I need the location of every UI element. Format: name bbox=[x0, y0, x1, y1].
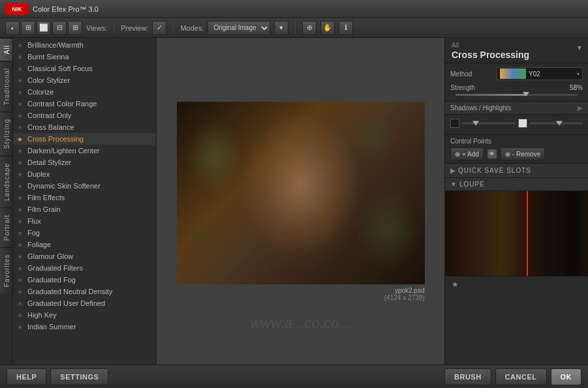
star-icon[interactable]: ★ bbox=[17, 300, 25, 307]
filter-item-fog[interactable]: ★ Fog bbox=[13, 227, 156, 239]
ok-button[interactable]: OK bbox=[551, 368, 582, 385]
sidebar-item-stylizing[interactable]: Stylizing bbox=[0, 112, 12, 155]
filter-item-cross-processing[interactable]: ★ Cross Processing bbox=[13, 133, 156, 145]
info-btn[interactable]: ℹ bbox=[339, 21, 353, 35]
star-icon[interactable]: ★ bbox=[17, 276, 25, 284]
remove-control-point-btn[interactable]: ⊗ - Remove bbox=[501, 147, 545, 160]
method-select[interactable]: Y02 ▾ bbox=[497, 67, 583, 80]
filter-item-graduated-user[interactable]: ★ Graduated User Defined bbox=[13, 297, 156, 309]
filter-item-film-effects[interactable]: ★ Film Effects bbox=[13, 192, 156, 203]
star-icon[interactable]: ★ bbox=[17, 100, 25, 108]
filter-item-graduated-neutral[interactable]: ★ Graduated Neutral Density bbox=[13, 286, 156, 297]
shadow-slider[interactable] bbox=[462, 119, 516, 128]
star-icon[interactable]: ★ bbox=[17, 136, 25, 143]
sidebar-item-favorites[interactable]: Favorites bbox=[0, 247, 12, 293]
star-icon[interactable]: ★ bbox=[17, 312, 25, 319]
method-dropdown-arrow: ▾ bbox=[577, 71, 580, 77]
star-icon[interactable]: ★ bbox=[17, 147, 25, 155]
filter-name: Glamour Glow bbox=[27, 252, 73, 260]
filter-item-duplex[interactable]: ★ Duplex bbox=[13, 168, 156, 180]
star-icon[interactable]: ★ bbox=[17, 241, 25, 248]
loupe-image bbox=[445, 191, 588, 276]
modes-dropdown-btn[interactable]: ▾ bbox=[274, 21, 288, 35]
pan-btn[interactable]: ✋ bbox=[320, 21, 335, 35]
filter-item-foliage[interactable]: ★ Foliage bbox=[13, 239, 156, 250]
filter-item-high-key[interactable]: ★ High Key bbox=[13, 309, 156, 321]
shadow-swatch-right[interactable] bbox=[518, 119, 527, 128]
star-icon[interactable]: ★ bbox=[17, 77, 25, 84]
shadows-highlights-label: Shadows / Highlights bbox=[450, 104, 578, 112]
filter-item-detail[interactable]: ★ Detail Stylizer bbox=[13, 157, 156, 168]
panel-collapse-btn[interactable]: ▾ bbox=[578, 43, 581, 52]
settings-button[interactable]: SETTINGS bbox=[50, 368, 108, 385]
loupe-star-btn[interactable]: ★ bbox=[449, 278, 461, 290]
filter-item-cross-balance[interactable]: ★ Cross Balance bbox=[13, 121, 156, 133]
view-tile-btn[interactable]: ⊟ bbox=[52, 21, 67, 35]
sidebar-item-portrait[interactable]: Portrait bbox=[0, 207, 12, 247]
star-icon[interactable]: ★ bbox=[17, 265, 25, 272]
star-icon[interactable]: ★ bbox=[17, 230, 25, 237]
star-icon[interactable]: ★ bbox=[17, 112, 25, 119]
help-button[interactable]: HELP bbox=[7, 368, 46, 385]
star-icon[interactable]: ★ bbox=[17, 323, 25, 331]
star-icon[interactable]: ★ bbox=[17, 288, 25, 295]
filter-item-indian-summer[interactable]: ★ Indian Summer bbox=[13, 321, 156, 333]
watermark: www.a...co.co... bbox=[250, 315, 350, 332]
main-layout: All Traditional Stylizing Landscape Port… bbox=[0, 38, 588, 365]
sidebar-item-landscape[interactable]: Landscape bbox=[0, 156, 12, 207]
strength-slider-thumb[interactable] bbox=[523, 92, 529, 97]
filter-item-classical[interactable]: ★ Classical Soft Focus bbox=[13, 63, 156, 74]
strength-slider-track[interactable] bbox=[456, 94, 578, 96]
control-points-section: Control Points ⊕ + Add 👁 ⊗ - Remove bbox=[445, 135, 588, 164]
view-grid-btn[interactable]: ⊞ bbox=[68, 21, 82, 35]
view-compare-btn[interactable]: ⬜ bbox=[37, 21, 51, 35]
modes-select[interactable]: Original Image bbox=[208, 21, 270, 35]
shadow-thumb[interactable] bbox=[472, 121, 479, 126]
view-split-btn[interactable]: ⊞ bbox=[21, 21, 35, 35]
filter-item-film-grain[interactable]: ★ Film Grain bbox=[13, 203, 156, 215]
add-control-point-btn[interactable]: ⊕ + Add bbox=[450, 147, 484, 160]
star-icon[interactable]: ★ bbox=[17, 89, 25, 96]
star-icon[interactable]: ★ bbox=[17, 218, 25, 225]
star-icon[interactable]: ★ bbox=[17, 53, 25, 61]
filter-item-graduated-fog[interactable]: ★ Graduated Fog bbox=[13, 274, 156, 286]
star-icon[interactable]: ★ bbox=[17, 206, 25, 213]
shadow-swatch[interactable] bbox=[450, 119, 459, 128]
star-icon[interactable]: ★ bbox=[17, 42, 25, 49]
loupe-section: ▼ LOUPE ★ bbox=[445, 178, 588, 292]
filter-item-color-stylizer[interactable]: ★ Color Stylizer bbox=[13, 74, 156, 86]
filter-item-contrast-only[interactable]: ★ Contrast Only bbox=[13, 110, 156, 121]
view-single-btn[interactable]: ▪ bbox=[5, 21, 20, 35]
filter-item-graduated-filters[interactable]: ★ Graduated Filters bbox=[13, 262, 156, 274]
method-preview-swatch bbox=[500, 68, 526, 79]
sidebar-item-all[interactable]: All bbox=[0, 38, 12, 61]
brush-button[interactable]: BRUSH bbox=[444, 368, 491, 385]
zoom-fit-btn[interactable]: ⊕ bbox=[302, 21, 317, 35]
highlight-slider[interactable] bbox=[530, 119, 583, 128]
star-icon[interactable]: ★ bbox=[17, 171, 25, 178]
sidebar-item-traditional[interactable]: Traditional bbox=[0, 61, 12, 112]
star-icon[interactable]: ★ bbox=[17, 253, 25, 260]
filter-item-brilliance[interactable]: ★ Brilliance/Warmth bbox=[13, 39, 156, 51]
filter-item-darken[interactable]: ★ Darken/Lighten Center bbox=[13, 145, 156, 157]
star-icon[interactable]: ★ bbox=[17, 65, 25, 72]
filter-item-colorize[interactable]: ★ Colorize bbox=[13, 86, 156, 98]
highlight-thumb[interactable] bbox=[556, 121, 563, 126]
filter-item-glamour[interactable]: ★ Glamour Glow bbox=[13, 250, 156, 262]
cancel-button[interactable]: CANCEL bbox=[495, 368, 547, 385]
filter-item-flux[interactable]: ★ Flux bbox=[13, 215, 156, 227]
star-icon[interactable]: ★ bbox=[17, 124, 25, 131]
shadows-highlights-header[interactable]: Shadows / Highlights ▶ bbox=[445, 102, 588, 115]
eye-icon[interactable]: 👁 bbox=[487, 149, 497, 158]
expand-arrow-icon: ▶ bbox=[578, 104, 583, 112]
loupe-header[interactable]: ▼ LOUPE bbox=[445, 178, 588, 191]
preview-toggle[interactable]: ✓ bbox=[152, 21, 166, 35]
filter-item-dynamic-skin[interactable]: ★ Dynamic Skin Softener bbox=[13, 180, 156, 192]
quick-save-slots-header[interactable]: ▶ QUICK SAVE SLOTS bbox=[445, 164, 588, 177]
star-icon[interactable]: ★ bbox=[17, 183, 25, 190]
filter-item-contrast-color[interactable]: ★ Contrast Color Range bbox=[13, 98, 156, 110]
filter-item-burnt-sienna[interactable]: ★ Burnt Sienna bbox=[13, 51, 156, 63]
star-icon[interactable]: ★ bbox=[17, 194, 25, 201]
star-icon[interactable]: ★ bbox=[17, 159, 25, 166]
qss-label: QUICK SAVE SLOTS bbox=[458, 167, 531, 174]
